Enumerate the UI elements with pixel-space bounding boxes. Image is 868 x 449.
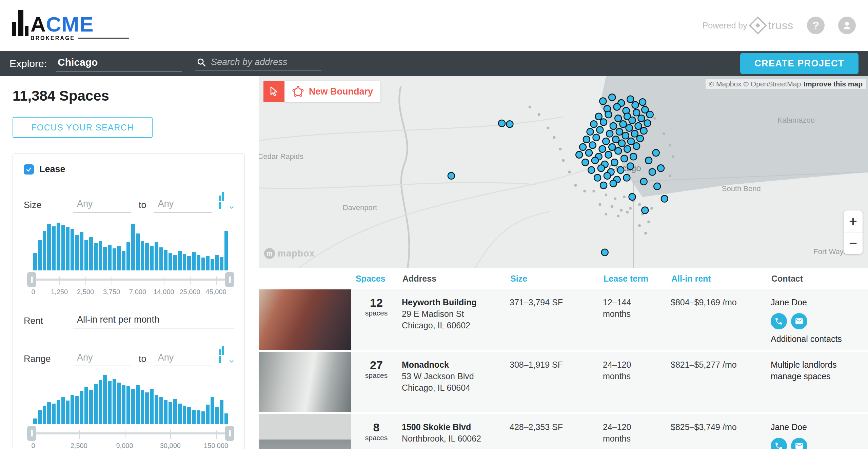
- map-marker-inactive[interactable]: [553, 136, 556, 139]
- map-marker-space[interactable]: [627, 96, 634, 103]
- acme-logo[interactable]: ACME BROKERAGE: [12, 10, 129, 41]
- map-marker-space[interactable]: [593, 134, 600, 141]
- column-header-spaces[interactable]: Spaces: [351, 274, 402, 284]
- listing-thumbnail[interactable]: [259, 352, 351, 412]
- map-marker-space[interactable]: [627, 163, 634, 170]
- email-contact-button[interactable]: [791, 313, 807, 329]
- search-input[interactable]: [210, 57, 320, 68]
- map-marker-inactive[interactable]: [644, 232, 647, 234]
- column-header-size[interactable]: Size: [510, 274, 603, 284]
- account-button[interactable]: [838, 17, 856, 34]
- map-marker-space[interactable]: [649, 169, 656, 176]
- size-min-input[interactable]: Any: [73, 199, 131, 212]
- map-marker-space[interactable]: [605, 111, 612, 118]
- map-marker-inactive[interactable]: [605, 213, 607, 216]
- cursor-tool-button[interactable]: [263, 81, 284, 102]
- address-search[interactable]: [195, 56, 321, 71]
- map-marker-space[interactable]: [628, 138, 634, 145]
- map-marker-space[interactable]: [638, 115, 645, 122]
- lease-checkbox[interactable]: [24, 164, 34, 175]
- map-marker-space[interactable]: [644, 120, 651, 126]
- map-marker-space[interactable]: [588, 167, 595, 174]
- map-marker-space[interactable]: [630, 153, 637, 160]
- map-marker-space[interactable]: [610, 180, 617, 187]
- map-marker-inactive[interactable]: [614, 198, 616, 200]
- map-marker-space[interactable]: [618, 140, 625, 147]
- map-marker-space[interactable]: [661, 196, 668, 202]
- new-boundary-button[interactable]: New Boundary: [284, 81, 380, 102]
- map-marker-space[interactable]: [601, 249, 608, 256]
- map-marker-inactive[interactable]: [562, 159, 565, 162]
- rent-histogram-toggle[interactable]: [219, 346, 234, 366]
- listing-thumbnail[interactable]: [259, 289, 351, 350]
- rent-max-input[interactable]: Any: [154, 352, 212, 366]
- size-max-input[interactable]: Any: [154, 199, 212, 212]
- map-marker-space[interactable]: [596, 126, 603, 133]
- map-marker-space[interactable]: [582, 159, 589, 166]
- rent-slider-handle-min[interactable]: [27, 426, 36, 441]
- map-marker-space[interactable]: [620, 121, 627, 127]
- map-marker-space[interactable]: [645, 157, 652, 164]
- map-marker-space[interactable]: [595, 113, 602, 120]
- map-marker-inactive[interactable]: [623, 196, 626, 198]
- map-marker-space[interactable]: [616, 128, 623, 135]
- call-contact-button[interactable]: [771, 313, 787, 329]
- map-marker-space[interactable]: [448, 172, 455, 179]
- map-marker-space[interactable]: [624, 146, 631, 152]
- map-marker-space[interactable]: [633, 109, 640, 116]
- map-marker-inactive[interactable]: [626, 211, 629, 213]
- listing-row[interactable]: 27spacesMonadnock53 W Jackson BlvdChicag…: [259, 352, 868, 414]
- column-header-all-in-rent[interactable]: All-in rent: [671, 274, 771, 284]
- listing-row[interactable]: 8spaces1500 Skokie BlvdNorthbrook, IL 60…: [259, 414, 868, 449]
- map-marker-space[interactable]: [640, 178, 647, 185]
- size-slider-handle-min[interactable]: [27, 272, 36, 287]
- map-marker-space[interactable]: [633, 143, 640, 149]
- map-marker-space[interactable]: [617, 167, 624, 174]
- map-marker-inactive[interactable]: [547, 127, 550, 129]
- map-marker-space[interactable]: [600, 119, 607, 126]
- map-marker-space[interactable]: [632, 102, 639, 108]
- map-marker-space[interactable]: [599, 146, 606, 152]
- map-marker-inactive[interactable]: [605, 193, 607, 196]
- zoom-out-button[interactable]: −: [844, 232, 863, 254]
- map-marker-space[interactable]: [621, 155, 628, 162]
- map-marker-inactive[interactable]: [538, 113, 540, 116]
- map-marker-inactive[interactable]: [669, 144, 671, 146]
- map-marker-space[interactable]: [615, 147, 622, 154]
- map-marker-space[interactable]: [653, 149, 659, 156]
- map-marker-inactive[interactable]: [650, 207, 653, 210]
- map-marker-inactive[interactable]: [574, 184, 577, 187]
- map-marker-space[interactable]: [598, 165, 605, 171]
- map-marker-inactive[interactable]: [629, 207, 632, 210]
- rent-type-select[interactable]: All-in rent per month: [73, 314, 234, 328]
- map-marker-inactive[interactable]: [592, 190, 595, 192]
- zoom-in-button[interactable]: +: [844, 210, 863, 232]
- map-marker-inactive[interactable]: [672, 155, 674, 158]
- map-marker-space[interactable]: [605, 151, 612, 158]
- improve-map-link[interactable]: Improve this map: [804, 80, 863, 88]
- map-marker-inactive[interactable]: [638, 203, 641, 206]
- map-marker-space[interactable]: [583, 136, 590, 143]
- focus-search-button[interactable]: FOCUS YOUR SEARCH: [13, 117, 153, 138]
- map-marker-space[interactable]: [600, 182, 607, 189]
- map-marker-space[interactable]: [614, 103, 620, 110]
- map-marker-space[interactable]: [603, 138, 609, 145]
- map-marker-space[interactable]: [640, 127, 647, 134]
- size-histogram-toggle[interactable]: [219, 192, 234, 212]
- building-name[interactable]: 1500 Skokie Blvd: [402, 422, 510, 433]
- map-marker-space[interactable]: [579, 144, 586, 150]
- create-project-button[interactable]: CREATE PROJECT: [740, 53, 859, 74]
- rent-slider-handle-max[interactable]: [225, 426, 234, 441]
- city-input[interactable]: Chicago: [56, 56, 182, 72]
- map-marker-space[interactable]: [642, 207, 648, 214]
- map-marker-inactive[interactable]: [568, 171, 571, 174]
- listing-thumbnail[interactable]: [259, 414, 351, 449]
- map-marker-space[interactable]: [610, 123, 617, 129]
- map-marker-space[interactable]: [612, 136, 619, 143]
- listing-row[interactable]: 12spacesHeyworth Building29 E Madison St…: [259, 289, 868, 352]
- map-marker-inactive[interactable]: [583, 190, 586, 192]
- map-marker-inactive[interactable]: [663, 132, 665, 135]
- map-marker-space[interactable]: [629, 117, 636, 124]
- map-marker-space[interactable]: [609, 94, 615, 101]
- map-marker-space[interactable]: [635, 123, 642, 129]
